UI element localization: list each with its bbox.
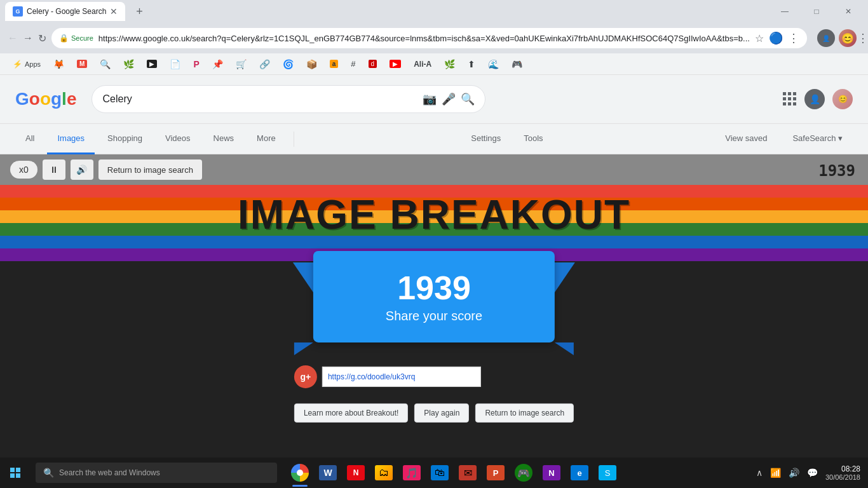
bookmark-11[interactable]: 📦: [301, 57, 322, 72]
game-bottom-buttons: Learn more about Breakout! Play again Re…: [294, 403, 574, 423]
score-banner: 1939 Share your score: [313, 251, 555, 342]
image-search-icon[interactable]: 📷: [423, 92, 437, 106]
nav-view-saved[interactable]: View saved: [715, 124, 777, 154]
nav-safe-search[interactable]: SafeSearch ▾: [782, 124, 853, 154]
nav-images[interactable]: Images: [47, 124, 95, 154]
sound-button[interactable]: 🔊: [71, 159, 93, 180]
clock[interactable]: 08:28 30/06/2018: [825, 464, 860, 481]
bookmark-gmail[interactable]: M: [72, 57, 92, 71]
taskbar-word[interactable]: W: [315, 458, 341, 488]
network-icon[interactable]: 📶: [768, 465, 783, 480]
taskbar-xbox[interactable]: 🎮: [511, 458, 536, 488]
forward-button[interactable]: →: [23, 28, 33, 48]
bookmark-5[interactable]: 📄: [165, 57, 186, 72]
tab-close-button[interactable]: ✕: [110, 6, 118, 17]
profile-icon[interactable]: 😊: [839, 29, 857, 47]
bookmark-14[interactable]: 🌊: [483, 57, 504, 72]
start-button[interactable]: [0, 458, 31, 488]
google-plus-button[interactable]: g+: [294, 365, 317, 388]
taskbar-onenote[interactable]: N: [539, 458, 564, 488]
volume-icon[interactable]: 🔊: [786, 465, 802, 480]
new-tab-button[interactable]: +: [130, 3, 148, 20]
banner-score: 1939: [397, 270, 471, 306]
taskbar-edge[interactable]: e: [567, 458, 592, 488]
ribbon-left-tail: [293, 262, 315, 294]
bookmark-star-icon[interactable]: ☆: [755, 32, 764, 44]
google-logo[interactable]: Google: [15, 89, 76, 109]
extensions-icon[interactable]: ⋮: [788, 31, 799, 45]
bookmark-3[interactable]: 🌿: [118, 57, 139, 72]
taskbar-music[interactable]: 🎵: [399, 458, 424, 488]
tab-favicon: G: [13, 6, 23, 17]
pause-button[interactable]: ⏸: [43, 159, 65, 180]
google-apps-icon[interactable]: [783, 92, 797, 106]
nav-tools[interactable]: Tools: [513, 124, 553, 154]
bm-link-icon: 🔗: [259, 59, 270, 69]
user-account-button[interactable]: 👤: [804, 89, 825, 109]
nav-all[interactable]: All: [15, 124, 44, 154]
apps-menu-button[interactable]: ⋮⋮⋮: [864, 28, 868, 48]
maximize-button[interactable]: □: [802, 0, 831, 23]
bookmark-13[interactable]: ⬆: [463, 57, 480, 72]
bookmark-6[interactable]: P: [188, 57, 204, 72]
taskbar-search-icon: 🔍: [43, 468, 54, 478]
chevron-up-icon[interactable]: ∧: [754, 465, 765, 480]
header-right: 👤 😊: [783, 89, 853, 109]
nav-shopping[interactable]: Shopping: [97, 124, 153, 154]
taskbar-search[interactable]: 🔍 Search the web and Windows: [36, 463, 277, 483]
bookmark-15[interactable]: 🎮: [506, 57, 527, 72]
bookmark-7[interactable]: 📌: [207, 57, 228, 72]
taskbar-netflix[interactable]: N: [343, 458, 369, 488]
back-button[interactable]: ←: [8, 28, 18, 48]
bookmark-9[interactable]: 🔗: [254, 57, 275, 72]
nav-videos[interactable]: Videos: [155, 124, 201, 154]
bookmark-12[interactable]: 🌿: [439, 57, 460, 72]
game-canvas[interactable]: IMAGE BREAKOUT 1939 Share your score g+: [0, 185, 868, 488]
bookmark-amazon[interactable]: a: [325, 57, 344, 71]
bm-leaf-icon: 🌿: [123, 59, 134, 69]
bookmark-youtube[interactable]: ▶: [384, 57, 406, 71]
google-account-icon[interactable]: 🔵: [769, 31, 783, 45]
game-container: x0 ⏸ 🔊 Return to image search 1939 IMAGE…: [0, 154, 868, 488]
search-bar[interactable]: 📷 🎤 🔍: [92, 85, 485, 113]
bookmark-alia[interactable]: Ali-A: [409, 57, 437, 71]
search-input[interactable]: [102, 93, 415, 105]
url-bar[interactable]: 🔒 Secure https://www.google.co.uk/search…: [51, 28, 807, 48]
user-account-icon[interactable]: 👤: [817, 29, 835, 47]
bookmark-d[interactable]: d: [363, 57, 383, 71]
learn-more-button[interactable]: Learn more about Breakout!: [294, 403, 408, 423]
bookmark-firefox[interactable]: 🦊: [48, 57, 69, 72]
share-url-input[interactable]: [322, 367, 481, 387]
taskbar-explorer[interactable]: 🗂: [371, 458, 397, 488]
notification-icon[interactable]: 💬: [804, 465, 820, 480]
return-to-search-toolbar-button[interactable]: Return to image search: [98, 159, 202, 180]
address-bar: ← → ↻ 🔒 Secure https://www.google.co.uk/…: [0, 23, 868, 53]
bookmark-apps[interactable]: ⚡ Apps: [8, 57, 46, 71]
play-again-button[interactable]: Play again: [414, 403, 469, 423]
minimize-button[interactable]: —: [770, 0, 799, 23]
search-submit-icon[interactable]: 🔍: [461, 92, 475, 106]
bookmark-hash[interactable]: #: [346, 57, 360, 71]
game-title: IMAGE BREAKOUT: [0, 191, 868, 238]
bookmark-google[interactable]: 🔍: [95, 57, 116, 72]
voice-search-icon[interactable]: 🎤: [442, 92, 456, 106]
taskbar-store[interactable]: 🛍: [427, 458, 452, 488]
refresh-button[interactable]: ↻: [38, 28, 46, 48]
close-button[interactable]: ✕: [834, 0, 863, 23]
bookmark-10[interactable]: 🌀: [278, 57, 299, 72]
taskbar-powerpoint[interactable]: P: [483, 458, 508, 488]
taskbar-skype[interactable]: S: [595, 458, 620, 488]
taskbar-chrome[interactable]: [287, 458, 313, 488]
explorer-icon: 🗂: [375, 465, 393, 480]
bookmark-8[interactable]: 🛒: [231, 57, 252, 72]
browser-tab[interactable]: G Celery - Google Search ✕: [5, 2, 125, 21]
user-profile-pic[interactable]: 😊: [832, 89, 853, 109]
taskbar-mail[interactable]: ✉: [455, 458, 480, 488]
nav-settings[interactable]: Settings: [461, 124, 511, 154]
browser-extensions: 👤 😊: [817, 29, 857, 47]
return-search-button[interactable]: Return to image search: [475, 403, 574, 423]
bookmark-4[interactable]: ▶: [142, 57, 162, 71]
nav-news[interactable]: News: [203, 124, 245, 154]
google-page: Google 📷 🎤 🔍: [0, 75, 868, 488]
nav-more[interactable]: More: [247, 124, 286, 154]
